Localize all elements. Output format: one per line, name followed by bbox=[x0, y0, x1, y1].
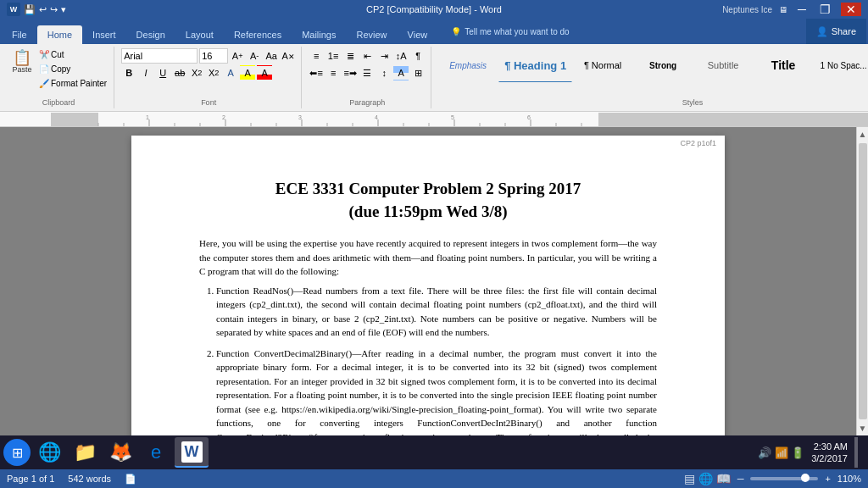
redo-quick-btn[interactable]: ↪ bbox=[50, 4, 58, 15]
justify-btn[interactable]: ☰ bbox=[359, 65, 375, 80]
page-location: CP2 p1of1 bbox=[680, 139, 716, 147]
style-nospace[interactable]: 1 No Spac... bbox=[814, 48, 868, 82]
document-body[interactable]: Here, you will be using the expertise yo… bbox=[199, 236, 657, 469]
italic-button[interactable]: I bbox=[138, 65, 153, 80]
text-effects-btn[interactable]: A bbox=[223, 65, 238, 80]
font-row1: A+ A- Aa A✕ bbox=[121, 48, 296, 64]
grow-font-btn[interactable]: A+ bbox=[230, 48, 245, 64]
web-layout-btn[interactable]: 🌐 bbox=[698, 472, 713, 485]
align-left-btn[interactable]: ⬅≡ bbox=[309, 65, 324, 80]
font-size-input[interactable] bbox=[199, 48, 228, 64]
show-marks-btn[interactable]: ¶ bbox=[410, 48, 426, 64]
change-case-btn[interactable]: Aa bbox=[264, 48, 279, 64]
tell-me-input[interactable]: 💡 Tell me what you want to do bbox=[444, 25, 576, 38]
document-title: ECE 3331 Computer Problem 2 Spring 2017 … bbox=[199, 178, 657, 223]
bullets-btn[interactable]: ≡ bbox=[309, 48, 324, 64]
tab-insert[interactable]: Insert bbox=[82, 25, 126, 44]
document-container[interactable]: CP2 p1of1 ECE 3331 Computer Problem 2 Sp… bbox=[0, 127, 856, 469]
subscript-button[interactable]: X2 bbox=[189, 65, 204, 80]
tab-view[interactable]: View bbox=[398, 25, 438, 44]
svg-text:5: 5 bbox=[451, 114, 454, 120]
style-emphasis[interactable]: Emphasis bbox=[438, 48, 498, 82]
main-area: CP2 p1of1 ECE 3331 Computer Problem 2 Sp… bbox=[0, 127, 868, 435]
tab-design[interactable]: Design bbox=[126, 25, 175, 44]
taskbar-start-btn[interactable]: ⊞ bbox=[3, 439, 31, 466]
tab-file[interactable]: File bbox=[2, 25, 37, 44]
restore-btn[interactable]: ❐ bbox=[816, 3, 834, 16]
copy-button[interactable]: 📄 Copy bbox=[37, 63, 108, 75]
decrease-indent-btn[interactable]: ⇤ bbox=[359, 48, 375, 64]
zoom-in-btn[interactable]: + bbox=[825, 474, 830, 484]
bold-button[interactable]: B bbox=[121, 65, 136, 80]
title-bar-left: W 💾 ↩ ↪ ▾ bbox=[7, 3, 66, 16]
taskbar-explorer-btn[interactable]: 📁 bbox=[68, 437, 102, 468]
minimize-btn[interactable]: ─ bbox=[794, 3, 810, 16]
folder-icon: 📁 bbox=[74, 441, 97, 463]
style-heading1[interactable]: ¶ Heading 1 bbox=[498, 48, 572, 82]
highlight-color-btn[interactable]: A bbox=[240, 65, 255, 80]
customize-quick-btn[interactable]: ▾ bbox=[61, 4, 66, 15]
tab-mailings[interactable]: Mailings bbox=[292, 25, 346, 44]
styles-gallery: Emphasis ¶ Heading 1 ¶ Normal Strong Sub… bbox=[438, 48, 868, 82]
numbering-btn[interactable]: 1≡ bbox=[326, 48, 341, 64]
strikethrough-button[interactable]: ab bbox=[172, 65, 187, 80]
format-painter-icon: 🖌️ bbox=[39, 79, 49, 88]
close-btn[interactable]: ✕ bbox=[841, 3, 861, 16]
superscript-button[interactable]: X2 bbox=[206, 65, 221, 80]
show-desktop-btn[interactable] bbox=[854, 437, 858, 468]
taskbar-firefox-btn[interactable]: 🦊 bbox=[103, 437, 137, 468]
line-spacing-btn[interactable]: ↕ bbox=[376, 65, 392, 80]
align-right-btn[interactable]: ≡➡ bbox=[342, 65, 358, 80]
shrink-font-btn[interactable]: A- bbox=[247, 48, 262, 64]
clear-format-btn[interactable]: A✕ bbox=[281, 48, 296, 64]
zoom-out-btn[interactable]: ─ bbox=[737, 474, 744, 484]
style-normal[interactable]: ¶ Normal bbox=[573, 48, 632, 82]
font-label: Font bbox=[201, 97, 216, 107]
para-row2: ⬅≡ ≡ ≡➡ ☰ ↕ A ⊞ bbox=[309, 65, 426, 80]
svg-text:2: 2 bbox=[222, 114, 225, 120]
sort-btn[interactable]: ↕A bbox=[393, 48, 409, 64]
zoom-level[interactable]: 110% bbox=[837, 474, 861, 484]
print-layout-btn[interactable]: ▤ bbox=[684, 472, 695, 485]
increase-indent-btn[interactable]: ⇥ bbox=[376, 48, 392, 64]
align-center-btn[interactable]: ≡ bbox=[326, 65, 341, 80]
share-button[interactable]: 👤 Share bbox=[806, 19, 866, 44]
cut-button[interactable]: ✂️ Cut bbox=[37, 48, 108, 61]
chrome-icon: 🌐 bbox=[38, 441, 61, 463]
multilevel-btn[interactable]: ≣ bbox=[342, 48, 358, 64]
tab-layout[interactable]: Layout bbox=[175, 25, 224, 44]
tab-review[interactable]: Review bbox=[347, 25, 398, 44]
style-strong[interactable]: Strong bbox=[633, 48, 693, 82]
underline-button[interactable]: U bbox=[155, 65, 170, 80]
tell-me-label: Tell me what you want to do bbox=[465, 27, 569, 36]
style-subtitle[interactable]: Subtitle bbox=[693, 48, 753, 82]
paste-button[interactable]: 📋 Paste bbox=[8, 48, 36, 75]
read-mode-btn[interactable]: 📖 bbox=[716, 472, 731, 485]
scroll-down-btn[interactable]: ▼ bbox=[859, 421, 867, 435]
zoom-slider[interactable] bbox=[750, 477, 818, 480]
borders-btn[interactable]: ⊞ bbox=[410, 65, 426, 80]
styles-label: Styles bbox=[682, 97, 704, 107]
svg-text:6: 6 bbox=[527, 114, 531, 120]
shading-btn[interactable]: A bbox=[393, 65, 409, 80]
scroll-thumb[interactable] bbox=[859, 143, 867, 419]
paragraph-content: ≡ 1≡ ≣ ⇤ ⇥ ↕A ¶ ⬅≡ ≡ ≡➡ ☰ ↕ A ⊞ bbox=[309, 48, 426, 97]
svg-text:4: 4 bbox=[375, 114, 378, 120]
taskbar-ie-btn[interactable]: e bbox=[139, 437, 173, 468]
ruler: 1 2 3 4 5 6 bbox=[0, 112, 868, 127]
font-row2: B I U ab X2 X2 A A A bbox=[121, 65, 296, 80]
style-title[interactable]: Title bbox=[754, 48, 813, 82]
vertical-scrollbar[interactable]: ▲ ▼ bbox=[856, 127, 868, 435]
taskbar-word-btn[interactable]: W bbox=[175, 437, 209, 468]
tab-references[interactable]: References bbox=[224, 25, 292, 44]
tab-home[interactable]: Home bbox=[37, 25, 82, 44]
undo-quick-btn[interactable]: ↩ bbox=[39, 4, 47, 15]
scroll-up-btn[interactable]: ▲ bbox=[859, 127, 867, 141]
save-quick-btn[interactable]: 💾 bbox=[24, 4, 36, 15]
taskbar-clock[interactable]: 2:30 AM 3/2/2017 bbox=[811, 441, 848, 465]
taskbar-chrome-btn[interactable]: 🌐 bbox=[32, 437, 66, 468]
windows-icon: ⊞ bbox=[12, 445, 23, 461]
format-painter-button[interactable]: 🖌️ Format Painter bbox=[37, 77, 108, 90]
font-color-btn[interactable]: A bbox=[257, 65, 272, 80]
font-name-input[interactable] bbox=[121, 48, 198, 64]
